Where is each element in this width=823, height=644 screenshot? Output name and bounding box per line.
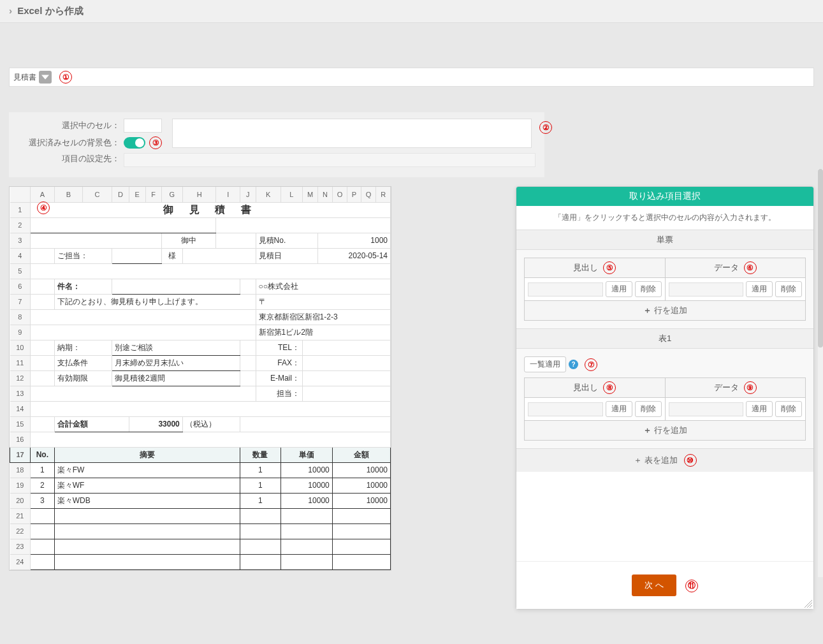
cell[interactable] bbox=[31, 370, 55, 386]
cell[interactable] bbox=[332, 508, 390, 523]
cell[interactable] bbox=[332, 554, 390, 569]
cell[interactable]: 〒 bbox=[256, 294, 390, 309]
cell[interactable] bbox=[216, 217, 391, 233]
row-header[interactable]: 24 bbox=[10, 554, 31, 569]
cell[interactable] bbox=[280, 523, 332, 539]
cell[interactable]: E-Mail： bbox=[256, 370, 302, 386]
scrollbar-thumb[interactable] bbox=[818, 169, 823, 348]
cell[interactable]: 月末締め翌月末払い bbox=[112, 355, 240, 370]
cell[interactable] bbox=[332, 539, 390, 554]
cell[interactable]: 10000 bbox=[280, 493, 332, 508]
cell[interactable]: 様 bbox=[161, 248, 182, 263]
cell[interactable]: 納期： bbox=[54, 340, 112, 355]
cell[interactable] bbox=[31, 386, 256, 401]
row-header[interactable]: 11 bbox=[10, 355, 31, 370]
cell[interactable]: 見積No. bbox=[256, 233, 318, 248]
row-header[interactable]: 22 bbox=[10, 523, 31, 539]
cell[interactable] bbox=[280, 539, 332, 554]
col-header-D[interactable]: D bbox=[112, 187, 129, 202]
cell[interactable]: 担当： bbox=[256, 386, 302, 401]
col-header-Q[interactable]: Q bbox=[361, 187, 375, 202]
cell[interactable] bbox=[112, 248, 161, 263]
cell[interactable] bbox=[31, 233, 162, 248]
col-header-E[interactable]: E bbox=[129, 187, 145, 202]
cell[interactable]: 10000 bbox=[332, 462, 390, 478]
cell[interactable] bbox=[31, 263, 391, 279]
row-header[interactable]: 19 bbox=[10, 478, 31, 493]
cell[interactable] bbox=[332, 523, 390, 539]
cell[interactable]: TEL： bbox=[256, 340, 302, 355]
cell[interactable]: 下記のとおり、御見積もり申し上げます。 bbox=[54, 294, 256, 309]
row-header[interactable]: 2 bbox=[10, 217, 31, 233]
data-input-2[interactable] bbox=[669, 402, 744, 416]
cell[interactable] bbox=[112, 279, 240, 294]
row-header[interactable]: 23 bbox=[10, 539, 31, 554]
col-header-J[interactable]: J bbox=[240, 187, 256, 202]
cell[interactable]: 数量 bbox=[240, 447, 280, 462]
cell[interactable] bbox=[302, 355, 390, 370]
row-header[interactable]: 4 bbox=[10, 248, 31, 263]
col-header-G[interactable]: G bbox=[161, 187, 182, 202]
col-header-A[interactable]: A bbox=[31, 187, 55, 202]
cell[interactable] bbox=[240, 508, 280, 523]
cell[interactable]: 2020-05-14 bbox=[318, 248, 391, 263]
col-header-C[interactable]: C bbox=[83, 187, 112, 202]
data-input-1[interactable] bbox=[669, 282, 744, 296]
row-header[interactable]: 10 bbox=[10, 340, 31, 355]
row-header[interactable]: 21 bbox=[10, 508, 31, 523]
col-header-F[interactable]: F bbox=[145, 187, 161, 202]
row-header[interactable]: 17 bbox=[10, 447, 31, 462]
row-header[interactable]: 5 bbox=[10, 263, 31, 279]
delete-button[interactable]: 削除 bbox=[775, 401, 802, 417]
row-header[interactable]: 16 bbox=[10, 432, 31, 447]
col-header-M[interactable]: M bbox=[302, 187, 317, 202]
cell[interactable] bbox=[31, 523, 55, 539]
row-header[interactable]: 15 bbox=[10, 416, 31, 432]
cell[interactable]: 有効期限 bbox=[54, 370, 112, 386]
cell[interactable] bbox=[240, 416, 390, 432]
cell[interactable]: 10000 bbox=[280, 478, 332, 493]
cell[interactable]: 金額 bbox=[332, 447, 390, 462]
cell[interactable] bbox=[240, 539, 280, 554]
cell[interactable]: 合計金額 bbox=[54, 416, 129, 432]
col-header-K[interactable]: K bbox=[256, 187, 280, 202]
col-header-H[interactable]: H bbox=[182, 187, 216, 202]
add-table-button[interactable]: ＋ 表を追加 ⑩ bbox=[516, 448, 813, 472]
heading-input-1[interactable] bbox=[528, 282, 603, 296]
cell[interactable]: 見積日 bbox=[256, 248, 318, 263]
cell[interactable] bbox=[302, 386, 390, 401]
cell[interactable]: 単価 bbox=[280, 447, 332, 462]
cell-content-field[interactable] bbox=[172, 119, 532, 148]
cell[interactable]: 3 bbox=[31, 493, 55, 508]
cell[interactable]: 33000 bbox=[129, 416, 182, 432]
delete-button[interactable]: 削除 bbox=[635, 281, 662, 297]
bulk-apply-button[interactable]: 一覧適用 bbox=[524, 356, 566, 372]
cell[interactable] bbox=[31, 432, 391, 447]
spreadsheet[interactable]: ABCDEFGHIJKLMNOPQR 1御 見 積 書23御中見積No.1000… bbox=[9, 186, 391, 571]
cell[interactable] bbox=[31, 248, 55, 263]
cell[interactable]: 御 見 積 書 bbox=[31, 202, 391, 217]
apply-button[interactable]: 適用 bbox=[746, 401, 773, 417]
vertical-scrollbar[interactable] bbox=[818, 169, 823, 577]
cell[interactable]: FAX： bbox=[256, 355, 302, 370]
cell[interactable] bbox=[240, 370, 256, 386]
cell[interactable] bbox=[240, 340, 256, 355]
row-header[interactable]: 12 bbox=[10, 370, 31, 386]
delete-button[interactable]: 削除 bbox=[775, 281, 802, 297]
cell[interactable]: 楽々WDB bbox=[54, 493, 240, 508]
apply-button[interactable]: 適用 bbox=[606, 401, 632, 417]
cell[interactable] bbox=[240, 355, 256, 370]
cell[interactable]: 御中 bbox=[161, 233, 216, 248]
row-header[interactable]: 14 bbox=[10, 401, 31, 416]
cell[interactable]: 楽々WF bbox=[54, 478, 240, 493]
cell[interactable]: 1 bbox=[31, 462, 55, 478]
row-header[interactable]: 7 bbox=[10, 294, 31, 309]
row-header[interactable]: 3 bbox=[10, 233, 31, 248]
col-header-L[interactable]: L bbox=[280, 187, 302, 202]
cell[interactable] bbox=[31, 325, 256, 340]
cell[interactable] bbox=[54, 554, 240, 569]
cell[interactable]: 1 bbox=[240, 478, 280, 493]
cell[interactable] bbox=[182, 248, 256, 263]
delete-button[interactable]: 削除 bbox=[635, 401, 662, 417]
cell[interactable] bbox=[280, 508, 332, 523]
